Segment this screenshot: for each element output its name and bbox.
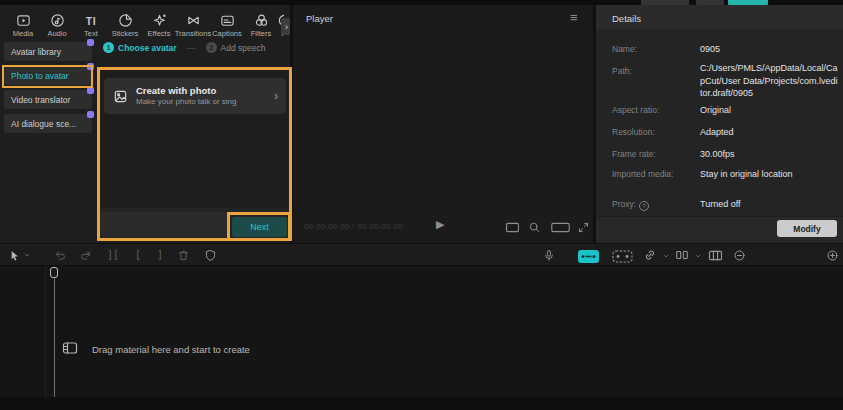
create-card-subtitle: Make your photo talk or sing — [136, 97, 237, 107]
modify-button[interactable]: Modify — [777, 220, 837, 237]
play-button-icon[interactable]: ▶ — [436, 218, 444, 231]
step-indicator: 1 Choose avatar — 2 Add speech — [103, 42, 266, 53]
main-track-magnet-icon[interactable] — [578, 249, 599, 263]
detail-value-aspect-ratio: Original — [700, 104, 838, 117]
text-icon: TI — [86, 13, 96, 28]
redo-icon[interactable] — [80, 248, 93, 262]
create-card-title: Create with photo — [136, 85, 237, 97]
step-separator: — — [187, 43, 196, 53]
auto-snap-icon[interactable] — [612, 249, 633, 263]
tab-filters[interactable]: Filters — [244, 13, 278, 41]
tab-text[interactable]: TI Text — [74, 13, 108, 41]
player-panel-title: Player — [306, 13, 333, 24]
audio-icon — [50, 13, 65, 28]
preview-axis-icon[interactable] — [708, 248, 723, 262]
zoom-out-icon[interactable] — [733, 248, 746, 262]
chevron-down-icon[interactable] — [23, 251, 31, 259]
playhead-line — [54, 268, 55, 410]
record-voiceover-icon[interactable] — [543, 248, 555, 262]
detail-label-aspect-ratio: Aspect ratio: — [612, 105, 698, 115]
tab-label: Media — [13, 29, 33, 38]
capcut-window: Media Audio TI Text Stickers — [0, 0, 843, 410]
tab-label: Stickers — [112, 29, 139, 38]
detail-value-path: C:/Users/PMLS/AppData/Local/CapCut/User … — [700, 62, 838, 100]
next-button[interactable]: Next — [232, 217, 287, 237]
step1-number: 1 — [103, 42, 114, 53]
sidebar-item-photo-to-avatar[interactable]: Photo to avatar — [4, 66, 92, 85]
delete-right-icon[interactable]: ] — [157, 248, 163, 262]
shield-icon[interactable] — [204, 248, 217, 262]
detail-value-resolution: Adapted — [700, 126, 838, 139]
tab-label: Filters — [251, 29, 271, 38]
detail-value-imported-media: Stay in original location — [700, 168, 838, 181]
delete-icon[interactable] — [177, 248, 190, 262]
sidebar-item-avatar-library[interactable]: Avatar library — [4, 42, 92, 61]
details-panel-title: Details — [612, 13, 641, 24]
footer-field — [101, 212, 227, 237]
detail-label-path: Path: — [612, 66, 698, 76]
media-icon — [16, 13, 31, 28]
tab-captions[interactable]: Captions — [210, 13, 244, 41]
sidebar-item-ai-dialogue-scene[interactable]: AI dialogue sce... — [4, 114, 92, 133]
sidebar-item-label: AI dialogue sce... — [11, 119, 76, 129]
media-placeholder-icon — [62, 341, 78, 355]
detail-label-imported-media: Imported media: — [612, 169, 698, 179]
pro-badge-icon — [87, 63, 94, 70]
detail-value-name: 0905 — [700, 43, 838, 56]
detail-label-resolution: Resolution: — [612, 127, 698, 137]
step2-label: Add speech — [221, 43, 266, 53]
zoom-in-icon[interactable] — [826, 248, 839, 262]
player-timecode: 00:00:00:00 / 00:00:00:00 — [304, 222, 403, 231]
zoom-fit-icon[interactable] — [528, 221, 541, 234]
filters-icon — [254, 13, 269, 28]
tab-audio[interactable]: Audio — [40, 13, 74, 41]
sidebar-item-label: Video translator — [11, 95, 70, 105]
timeline-area[interactable] — [0, 266, 843, 410]
fullscreen-icon[interactable] — [577, 221, 590, 234]
detail-label-proxy: Proxy:? — [612, 199, 698, 211]
tab-stickers[interactable]: Stickers — [108, 13, 142, 41]
stickers-icon — [118, 13, 133, 28]
sidebar-item-video-translator[interactable]: Video translator — [4, 90, 92, 109]
pro-badge-icon — [87, 39, 94, 46]
resolution-icon[interactable] — [550, 222, 571, 233]
tab-label: Captions — [212, 29, 242, 38]
photo-icon — [113, 89, 128, 104]
detail-label-name: Name: — [612, 44, 698, 54]
chevron-right-icon: › — [274, 89, 278, 103]
tab-effects[interactable]: Effects — [142, 13, 176, 41]
pro-badge-icon — [87, 87, 94, 94]
detail-value-frame-rate: 30.00fps — [700, 148, 838, 161]
info-icon[interactable]: ? — [639, 201, 649, 211]
media-toolbar: Media Audio TI Text Stickers — [6, 13, 284, 41]
transitions-icon — [186, 13, 201, 28]
split-clips-icon[interactable] — [675, 248, 689, 262]
delete-left-icon[interactable]: [ — [135, 248, 141, 262]
captions-icon — [220, 13, 235, 28]
tab-transitions[interactable]: Transitions — [176, 13, 210, 41]
chevron-down-icon[interactable] — [662, 252, 670, 260]
chevron-down-icon[interactable] — [694, 252, 702, 260]
tab-media[interactable]: Media — [6, 13, 40, 41]
detail-value-proxy: Turned off — [700, 198, 838, 211]
step2-number: 2 — [206, 42, 217, 53]
undo-icon[interactable] — [53, 248, 66, 262]
step1-label: Choose avatar — [118, 43, 177, 53]
select-tool-icon[interactable] — [8, 248, 21, 262]
create-with-photo-card[interactable]: Create with photo Make your photo talk o… — [104, 78, 286, 114]
link-icon[interactable] — [643, 248, 657, 262]
effects-icon — [152, 13, 167, 28]
tab-label: Text — [84, 29, 98, 38]
player-panel — [293, 5, 593, 243]
tab-label: Effects — [148, 29, 171, 38]
aspect-ratio-icon[interactable] — [505, 222, 520, 233]
timeline-toolbar: ][ [ ] — [0, 243, 843, 266]
pro-badge-icon — [87, 111, 94, 118]
detail-label-frame-rate: Frame rate: — [612, 149, 698, 159]
split-icon[interactable]: ][ — [107, 248, 119, 262]
playhead-handle[interactable] — [50, 267, 58, 278]
sidebar-item-label: Photo to avatar — [11, 71, 69, 81]
timeline-empty-hint: Drag material here and start to create — [92, 344, 250, 355]
tab-label: Audio — [47, 29, 66, 38]
player-menu-icon[interactable]: ≡ — [570, 11, 578, 24]
